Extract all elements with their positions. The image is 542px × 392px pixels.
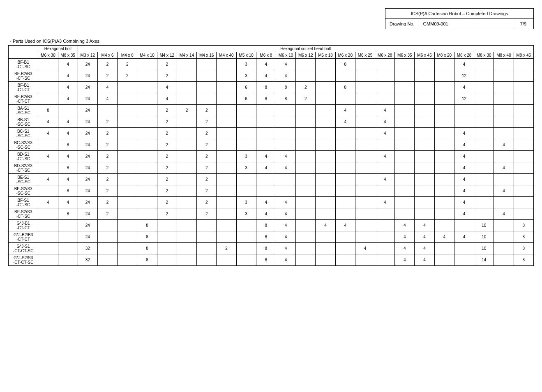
data-cell bbox=[335, 254, 355, 266]
data-cell: 4 bbox=[58, 128, 78, 139]
data-cell bbox=[395, 128, 415, 139]
data-cell: 4 bbox=[276, 162, 295, 174]
data-cell bbox=[236, 116, 256, 128]
data-cell: 24 bbox=[78, 151, 97, 162]
data-cell bbox=[177, 174, 196, 185]
data-cell bbox=[97, 105, 117, 116]
data-cell bbox=[355, 139, 375, 151]
data-cell bbox=[514, 105, 533, 116]
data-cell: 4 bbox=[38, 174, 58, 185]
data-cell bbox=[514, 70, 533, 82]
data-cell: 4 bbox=[256, 197, 276, 208]
data-cell: 2 bbox=[97, 174, 117, 185]
data-cell bbox=[137, 197, 157, 208]
data-cell bbox=[58, 243, 78, 254]
data-cell bbox=[375, 243, 395, 254]
data-cell bbox=[118, 105, 137, 116]
data-cell bbox=[434, 105, 454, 116]
data-cell bbox=[474, 59, 494, 70]
data-cell bbox=[137, 162, 157, 174]
data-cell bbox=[395, 70, 415, 82]
data-cell bbox=[474, 151, 494, 162]
data-cell bbox=[494, 231, 514, 243]
data-cell bbox=[474, 208, 494, 220]
data-cell: 2 bbox=[197, 162, 217, 174]
data-cell bbox=[296, 116, 316, 128]
data-cell: 2 bbox=[197, 116, 217, 128]
data-cell bbox=[256, 185, 276, 197]
data-cell bbox=[118, 139, 137, 151]
data-cell: 2 bbox=[157, 174, 177, 185]
data-cell bbox=[355, 70, 375, 82]
table-row: BF-B1-CT-CT42444688284 bbox=[9, 82, 534, 93]
row-label: BF-S1-CT-SC bbox=[9, 197, 38, 208]
data-cell bbox=[217, 151, 236, 162]
data-cell bbox=[514, 139, 533, 151]
data-cell: 4 bbox=[415, 220, 434, 231]
data-cell: 24 bbox=[78, 174, 97, 185]
data-cell bbox=[38, 231, 58, 243]
data-cell: 4 bbox=[58, 70, 78, 82]
data-cell: 2 bbox=[157, 208, 177, 220]
data-cell bbox=[118, 128, 137, 139]
data-cell: 4 bbox=[276, 151, 295, 162]
data-cell bbox=[474, 93, 494, 105]
title-box: ICS(P)A Cartesian Robot – Completed Draw… bbox=[385, 8, 534, 29]
data-cell: 4 bbox=[375, 197, 395, 208]
data-cell: 8 bbox=[514, 231, 533, 243]
data-cell: 4 bbox=[335, 105, 355, 116]
data-cell: 4 bbox=[494, 139, 514, 151]
data-cell bbox=[434, 59, 454, 70]
data-cell bbox=[296, 59, 316, 70]
data-cell bbox=[514, 93, 533, 105]
data-cell: 32 bbox=[78, 254, 97, 266]
group-hex-bolt: Hexagonal bolt bbox=[38, 46, 78, 52]
data-cell: 8 bbox=[137, 254, 157, 266]
data-cell bbox=[296, 174, 316, 185]
data-cell bbox=[118, 151, 137, 162]
table-row: G*J-B2/B3-CT-CT248844444108 bbox=[9, 231, 534, 243]
data-cell bbox=[118, 231, 137, 243]
data-cell: 2 bbox=[118, 70, 137, 82]
data-cell bbox=[355, 128, 375, 139]
data-cell: 24 bbox=[78, 105, 97, 116]
data-cell bbox=[355, 82, 375, 93]
data-cell bbox=[375, 254, 395, 266]
data-cell bbox=[58, 231, 78, 243]
data-cell bbox=[97, 231, 117, 243]
data-cell: 4 bbox=[58, 59, 78, 70]
data-cell bbox=[236, 254, 256, 266]
data-cell: 24 bbox=[78, 116, 97, 128]
table-row: BF-S2/S3-CT-SC82422234444 bbox=[9, 208, 534, 220]
row-label: BC-S1-SC-SC bbox=[9, 128, 38, 139]
data-cell bbox=[177, 220, 196, 231]
data-cell bbox=[415, 197, 434, 208]
data-cell: 8 bbox=[276, 82, 295, 93]
data-cell: 8 bbox=[256, 82, 276, 93]
data-cell bbox=[217, 116, 236, 128]
data-cell: 6 bbox=[236, 82, 256, 93]
data-cell: 4 bbox=[454, 185, 474, 197]
data-cell bbox=[355, 254, 375, 266]
data-cell bbox=[355, 208, 375, 220]
column-header: M6 x 8 bbox=[256, 52, 276, 59]
data-cell bbox=[415, 105, 434, 116]
data-cell: 10 bbox=[474, 243, 494, 254]
data-cell bbox=[335, 185, 355, 197]
data-cell: 4 bbox=[454, 82, 474, 93]
column-header: M8 x 40 bbox=[494, 52, 514, 59]
data-cell bbox=[38, 70, 58, 82]
data-cell: 2 bbox=[97, 59, 117, 70]
data-cell bbox=[355, 185, 375, 197]
data-cell bbox=[335, 162, 355, 174]
data-cell bbox=[157, 254, 177, 266]
row-label: BB-S1-SC-SC bbox=[9, 116, 38, 128]
column-header: M8 x 35 bbox=[58, 52, 78, 59]
data-cell bbox=[177, 243, 196, 254]
row-label: BE-S1-SC-SC bbox=[9, 174, 38, 185]
data-cell bbox=[494, 174, 514, 185]
data-cell bbox=[217, 231, 236, 243]
data-cell bbox=[514, 82, 533, 93]
data-cell: 4 bbox=[256, 151, 276, 162]
data-cell: 4 bbox=[454, 231, 474, 243]
